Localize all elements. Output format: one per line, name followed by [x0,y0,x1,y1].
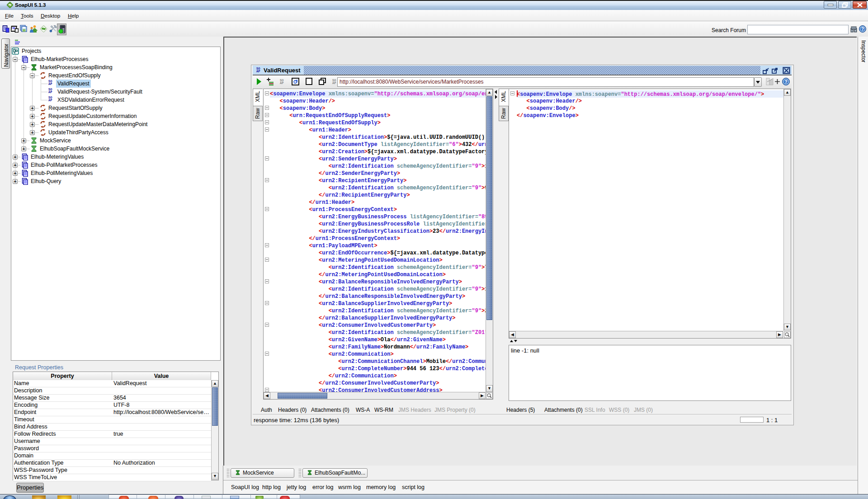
svg-text:?: ? [784,80,787,85]
svg-text:?: ? [861,27,864,32]
